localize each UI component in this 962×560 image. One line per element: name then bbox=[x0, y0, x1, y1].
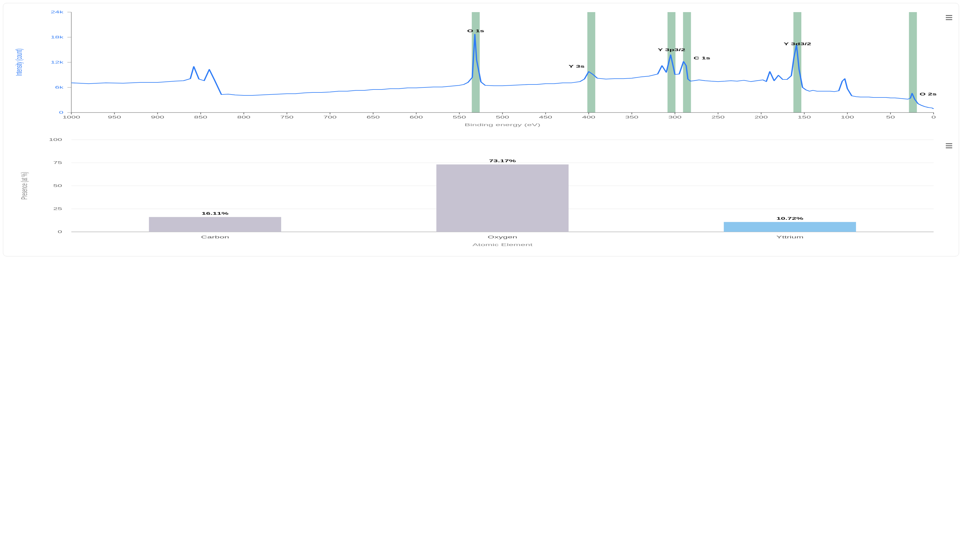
x-tick-label: 500 bbox=[496, 115, 509, 119]
x-tick-label: 850 bbox=[194, 115, 207, 119]
x-tick-label: 700 bbox=[323, 115, 337, 119]
x-tick-label: 800 bbox=[237, 115, 250, 119]
peak-label: O 2s bbox=[920, 92, 936, 96]
y-tick-label: 100 bbox=[49, 138, 62, 142]
y-tick-label: 18k bbox=[50, 35, 63, 39]
x-tick-label: 350 bbox=[625, 115, 639, 119]
peak-band bbox=[587, 12, 595, 113]
x-tick-label: 950 bbox=[108, 115, 121, 119]
x-tick-label: 750 bbox=[280, 115, 294, 119]
y-axis-label: Intensity (count) bbox=[14, 49, 24, 76]
y-tick-label: 12k bbox=[50, 60, 63, 64]
hamburger-menu-icon[interactable] bbox=[946, 15, 952, 20]
x-tick-label: 1000 bbox=[63, 115, 80, 119]
y-axis-label: Presence (at %) bbox=[19, 172, 29, 199]
category-label: Yttrium bbox=[776, 235, 804, 239]
peak-band bbox=[793, 12, 801, 113]
y-tick-label: 50 bbox=[53, 184, 62, 187]
peak-label: O 1s bbox=[467, 29, 484, 33]
x-axis-label: Atomic Element bbox=[472, 242, 533, 247]
bar-chart-container: 025507510016.11%Carbon73.17%Oxygen10.72%… bbox=[8, 137, 954, 249]
bar bbox=[724, 222, 856, 232]
y-tick-label: 6k bbox=[55, 86, 63, 89]
peak-label: Y 3p3/2 bbox=[658, 48, 685, 52]
x-tick-label: 450 bbox=[539, 115, 552, 119]
bar-value-label: 10.72% bbox=[776, 216, 804, 220]
spectrum-chart-container: 06k12k18k24k1000950900850800750700650600… bbox=[8, 8, 954, 130]
y-tick-label: 0 bbox=[59, 110, 63, 114]
x-tick-label: 0 bbox=[931, 115, 936, 119]
x-tick-label: 600 bbox=[410, 115, 423, 119]
x-tick-label: 200 bbox=[755, 115, 768, 119]
x-tick-label: 550 bbox=[453, 115, 466, 119]
y-tick-label: 24k bbox=[50, 10, 63, 14]
peak-label: Y 3d3/2 bbox=[784, 42, 811, 46]
bar bbox=[149, 217, 281, 232]
x-axis-label: Binding energy (eV) bbox=[465, 123, 541, 127]
y-tick-label: 25 bbox=[53, 207, 62, 211]
y-tick-label: 0 bbox=[58, 230, 62, 234]
presence-bar-chart: 025507510016.11%Carbon73.17%Oxygen10.72%… bbox=[8, 137, 954, 249]
y-tick-label: 75 bbox=[53, 161, 62, 165]
bar-value-label: 16.11% bbox=[202, 211, 229, 215]
x-tick-label: 300 bbox=[668, 115, 682, 119]
peak-label: Y 3s bbox=[568, 65, 585, 68]
bar-value-label: 73.17% bbox=[489, 159, 516, 163]
x-tick-label: 250 bbox=[712, 115, 725, 119]
x-tick-label: 650 bbox=[366, 115, 380, 119]
x-tick-label: 100 bbox=[841, 115, 854, 119]
hamburger-menu-icon[interactable] bbox=[946, 143, 952, 148]
category-label: Oxygen bbox=[487, 235, 517, 239]
x-tick-label: 400 bbox=[582, 115, 596, 119]
charts-panel: 06k12k18k24k1000950900850800750700650600… bbox=[3, 3, 959, 257]
category-label: Carbon bbox=[201, 235, 229, 239]
bar bbox=[436, 165, 568, 232]
spectrum-chart: 06k12k18k24k1000950900850800750700650600… bbox=[8, 8, 954, 130]
x-tick-label: 900 bbox=[151, 115, 164, 119]
peak-label: C 1s bbox=[694, 56, 710, 60]
x-tick-label: 150 bbox=[798, 115, 811, 119]
x-tick-label: 50 bbox=[886, 115, 895, 119]
